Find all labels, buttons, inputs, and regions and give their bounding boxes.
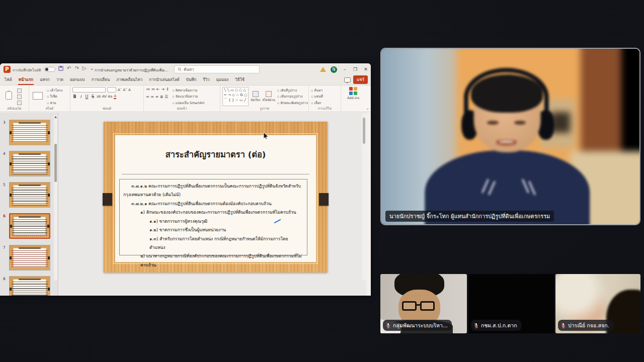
align-text-button[interactable]: จัดแนวข้อความ <box>172 94 204 99</box>
tab-transitions[interactable]: การเปลี่ยน <box>91 76 111 85</box>
mic-muted-icon <box>473 322 479 329</box>
tab-design[interactable]: ออกแบบ <box>69 76 86 85</box>
undo-icon[interactable]: ↶ <box>67 65 71 71</box>
slide-body-textbox[interactable]: ๓.๗.๑.๒ คณะกรรมการปฏิรูปที่ดินเพื่อเกษตร… <box>119 179 307 255</box>
clipboard-group: คลิปบอร์ด <box>0 85 29 112</box>
convert-smartart-button[interactable]: แปลงเป็น SmartArt <box>172 101 204 106</box>
tab-view[interactable]: มุมมอง <box>216 76 229 85</box>
underline-button[interactable]: U <box>85 95 89 99</box>
slide-thumbnail-3[interactable]: 3 <box>0 119 58 147</box>
shape-fill-button[interactable]: เติมสีรูปร่าง <box>277 88 308 93</box>
participant-tile-2-camera-off[interactable]: กชผ.ส.ป.ก.ตาก <box>468 274 554 333</box>
search-placeholder: ค้นหา <box>184 66 194 73</box>
paste-button[interactable] <box>2 87 15 104</box>
slide-thumbnail-5[interactable]: 5 <box>0 182 58 210</box>
replace-button[interactable]: แทนที่ <box>311 94 323 99</box>
copy-icon[interactable] <box>17 95 22 99</box>
powerpoint-window: P การบันทึกอัตโนมัติ ↶ ↷ ▷ ⌄ การนำเสนอกฎ… <box>0 63 371 296</box>
tab-file[interactable]: ไฟล์ <box>4 76 13 85</box>
customize-qat-icon[interactable]: ⌄ <box>90 65 94 71</box>
start-slideshow-icon[interactable]: ▷ <box>83 65 87 71</box>
shape-outline-button[interactable]: เส้นกรอบรูปร่าง <box>277 94 308 99</box>
slide-title-divider <box>122 174 310 174</box>
tab-slideshow[interactable]: การนำเสนอสไลด์ <box>148 76 180 85</box>
font-name-combobox[interactable] <box>72 87 106 93</box>
shape-effects-button[interactable]: ลักษณะพิเศษรูปร่าง <box>277 101 308 106</box>
tab-help[interactable]: วิธีใช้ <box>234 76 245 85</box>
search-icon <box>178 67 182 71</box>
new-slide-icon <box>33 92 43 100</box>
format-painter-icon[interactable] <box>17 101 22 105</box>
autosave-toggle[interactable] <box>44 67 55 72</box>
collapse-ribbon-icon[interactable]: ⌄ <box>366 106 369 111</box>
glasses-icon <box>402 301 417 311</box>
layout-button[interactable]: เค้าโครง <box>47 88 62 93</box>
warning-icon[interactable] <box>320 67 326 72</box>
speaker-person <box>381 49 639 224</box>
scroll-up-icon[interactable]: ▲ <box>54 115 57 118</box>
participant-2-name-label: กชผ.ส.ป.ก.ตาก <box>471 320 521 331</box>
tab-insert[interactable]: แทรก <box>39 76 50 85</box>
search-input[interactable]: ค้นหา <box>174 65 260 73</box>
participant-tile-3[interactable]: ปารณีย์ กจอ.สจก. <box>555 274 640 333</box>
current-slide[interactable]: สาระสำคัญรายมาตรา (ต่อ) ๓.๗.๑.๒ คณะกรรมก… <box>104 122 328 273</box>
slide-canvas[interactable]: สาระสำคัญรายมาตรา (ต่อ) ๓.๗.๑.๒ คณะกรรมก… <box>59 113 366 296</box>
shapes-gallery[interactable]: ╲ ╲ ▭ ○ ○ △ ⌐ → ◇ ☆ G ○ ⌒ { } ☆ ▭ ╱ <box>222 87 249 106</box>
section-button[interactable]: ส่วน <box>47 101 62 106</box>
slide-line: ๓.๗.๒.๑ คณะกรรมการปฏิรูปที่ดินเพื่อเกษตร… <box>123 200 303 208</box>
drawing-group: ╲ ╲ ▭ ○ ○ △ ⌐ → ◇ ☆ G ○ ⌒ { } ☆ ▭ ╱ จัดเ… <box>220 85 309 112</box>
editing-group: ค้นหา แทนที่ เลือก การแก้ไข <box>309 85 341 112</box>
save-icon[interactable] <box>58 66 63 71</box>
arrange-button[interactable]: จัดเรียง <box>251 87 260 106</box>
font-color-button[interactable]: A <box>114 94 116 99</box>
strikethrough-button[interactable]: S <box>91 95 95 99</box>
minimize-button[interactable]: – <box>342 67 348 72</box>
tab-draw[interactable]: วาด <box>56 76 64 85</box>
account-avatar[interactable]: N <box>331 66 337 73</box>
quick-access-toolbar: ↶ ↷ ▷ ⌄ <box>58 65 94 71</box>
text-direction-button[interactable]: ทิศทางข้อความ <box>172 88 204 93</box>
font-misc-icons[interactable]: ab AV Aa <box>97 95 112 99</box>
ribbon: คลิปบอร์ด เค้าโครง รีเซ็ต ส่วน สไลด์ Aˆ … <box>0 85 371 112</box>
canvas-scrollbar[interactable] <box>362 114 366 280</box>
participant-3-name-label: ปารณีย์ กจอ.สจก. <box>558 320 613 331</box>
reset-button[interactable]: รีเซ็ต <box>47 94 62 99</box>
participant-tile-1[interactable]: กลุ่มพัฒนาระบบบริหา... <box>380 274 467 333</box>
slides-group: เค้าโครง รีเซ็ต ส่วน สไลด์ <box>29 85 70 112</box>
comments-icon[interactable] <box>344 77 351 82</box>
select-button[interactable]: เลือก <box>311 101 323 106</box>
alignment-icons[interactable]: ≡ ≡ ≡ ≣ ☰ <box>146 95 169 99</box>
quick-styles-button[interactable]: สไตล์ด่วน <box>262 87 275 106</box>
bold-button[interactable]: B <box>72 95 77 99</box>
main-speaker-tile[interactable]: นายนักปราชญ์ จิ๊กระโทก ผู้แทนสำนักการปฏิ… <box>380 48 640 225</box>
mouse-cursor <box>263 132 269 141</box>
bullets-numbering-icons[interactable]: ≔ ≕ ⇤ ⇥ ↕ <box>146 87 169 92</box>
slide-thumbnail-7[interactable]: 7 <box>0 244 58 273</box>
close-button[interactable]: ✕ <box>363 67 369 72</box>
paragraph-group: ≔ ≕ ⇤ ⇥ ↕ ≡ ≡ ≡ ≣ ☰ ทิศทางข้อความ จัดแนว… <box>144 85 220 112</box>
grow-shrink-font-icons[interactable]: Aˆ Aˇ A <box>118 88 131 92</box>
font-size-combobox[interactable] <box>107 87 116 93</box>
redo-icon[interactable]: ↷ <box>74 65 78 71</box>
slide-thumbnail-6-selected[interactable]: 6 <box>0 213 58 241</box>
tab-animations[interactable]: ภาพเคลื่อนไหว <box>116 76 143 85</box>
tab-home[interactable]: หน้าแรก <box>18 76 34 85</box>
slide-thumbnail-8[interactable]: 8 <box>0 276 58 296</box>
italic-button[interactable]: I <box>78 95 83 99</box>
tab-record[interactable]: บันทึก <box>186 76 197 85</box>
slide-thumbnail-panel: 3 4 5 6 7 8 ▲ <box>0 113 58 296</box>
find-button[interactable]: ค้นหา <box>311 88 323 93</box>
addins-button[interactable]: Add-ins <box>343 87 363 100</box>
thumbnail-scrollbar[interactable]: ▲ <box>54 115 57 281</box>
restore-button[interactable]: ❐ <box>352 67 358 72</box>
slide-left-clip-decoration <box>103 193 112 206</box>
slide-thumbnail-4[interactable]: 4 <box>0 150 58 178</box>
share-button[interactable]: แชร์ <box>353 75 368 84</box>
titlebar: P การบันทึกอัตโนมัติ ↶ ↷ ▷ ⌄ การนำเสนอกฎ… <box>0 63 371 75</box>
ribbon-tab-row: ไฟล์ หน้าแรก แทรก วาด ออกแบบ การเปลี่ยน … <box>0 75 371 85</box>
powerpoint-app-icon: P <box>4 66 11 73</box>
tab-review[interactable]: รีวิว <box>202 76 210 85</box>
new-slide-button[interactable] <box>31 87 44 104</box>
cut-icon[interactable] <box>17 88 22 93</box>
slide-line: ๑) ลักษณะขององค์ประกอบของคณะกรรมการปฏิรู… <box>123 208 303 217</box>
